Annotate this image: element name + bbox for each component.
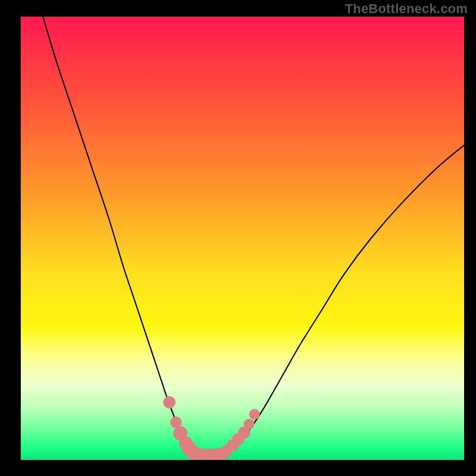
watermark: TheBottleneck.com: [345, 1, 468, 17]
chart-background: [21, 17, 464, 460]
chart-stage: TheBottleneck.com: [0, 0, 476, 476]
data-marker: [249, 409, 260, 419]
data-marker: [244, 419, 255, 430]
data-marker: [163, 396, 176, 409]
bottleneck-chart: [21, 17, 464, 460]
